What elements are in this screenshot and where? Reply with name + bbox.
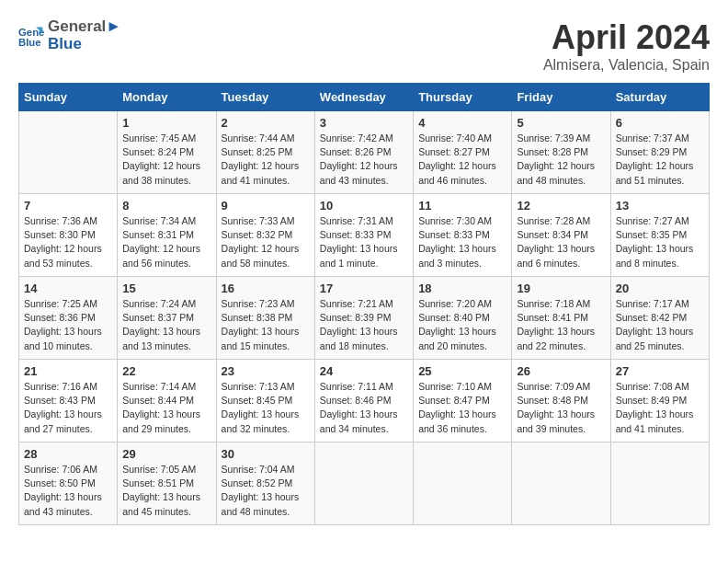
weekday-header: Friday (512, 84, 610, 111)
cell-info: Sunrise: 7:08 AM Sunset: 8:49 PM Dayligh… (616, 380, 704, 436)
calendar-cell: 22Sunrise: 7:14 AM Sunset: 8:44 PM Dayli… (118, 360, 216, 442)
cell-info: Sunrise: 7:44 AM Sunset: 8:25 PM Dayligh… (222, 132, 310, 188)
day-number: 21 (24, 364, 112, 378)
svg-text:Blue: Blue (18, 37, 41, 48)
calendar-cell: 20Sunrise: 7:17 AM Sunset: 8:42 PM Dayli… (610, 277, 709, 360)
cell-info: Sunrise: 7:20 AM Sunset: 8:40 PM Dayligh… (418, 297, 506, 353)
calendar-cell: 10Sunrise: 7:31 AM Sunset: 8:33 PM Dayli… (314, 194, 413, 277)
calendar-cell (512, 442, 610, 525)
day-number: 13 (616, 199, 704, 213)
cell-info: Sunrise: 7:17 AM Sunset: 8:42 PM Dayligh… (616, 297, 704, 353)
cell-info: Sunrise: 7:16 AM Sunset: 8:43 PM Dayligh… (24, 380, 112, 436)
day-number: 5 (517, 116, 605, 130)
calendar-cell: 13Sunrise: 7:27 AM Sunset: 8:35 PM Dayli… (610, 194, 709, 277)
calendar-week-row: 28Sunrise: 7:06 AM Sunset: 8:50 PM Dayli… (19, 442, 710, 525)
weekday-header: Thursday (414, 84, 512, 111)
day-number: 4 (418, 116, 506, 130)
calendar-body: 1Sunrise: 7:45 AM Sunset: 8:24 PM Daylig… (19, 111, 710, 525)
day-number: 1 (122, 116, 210, 130)
cell-info: Sunrise: 7:11 AM Sunset: 8:46 PM Dayligh… (320, 380, 408, 436)
calendar-cell: 23Sunrise: 7:13 AM Sunset: 8:45 PM Dayli… (216, 360, 314, 442)
calendar-cell: 7Sunrise: 7:36 AM Sunset: 8:30 PM Daylig… (19, 194, 118, 277)
cell-info: Sunrise: 7:31 AM Sunset: 8:33 PM Dayligh… (320, 214, 408, 270)
title-block: April 2024 Almisera, Valencia, Spain (543, 18, 710, 74)
cell-info: Sunrise: 7:42 AM Sunset: 8:26 PM Dayligh… (320, 132, 408, 188)
day-number: 20 (616, 282, 704, 295)
logo-text: General► (48, 18, 121, 36)
calendar-cell: 8Sunrise: 7:34 AM Sunset: 8:31 PM Daylig… (118, 194, 216, 277)
calendar-cell: 1Sunrise: 7:45 AM Sunset: 8:24 PM Daylig… (118, 111, 216, 194)
calendar-cell: 15Sunrise: 7:24 AM Sunset: 8:37 PM Dayli… (118, 277, 216, 360)
calendar-week-row: 14Sunrise: 7:25 AM Sunset: 8:36 PM Dayli… (19, 277, 710, 360)
calendar-cell: 14Sunrise: 7:25 AM Sunset: 8:36 PM Dayli… (19, 277, 118, 360)
day-number: 11 (418, 199, 506, 213)
calendar-cell: 2Sunrise: 7:44 AM Sunset: 8:25 PM Daylig… (216, 111, 314, 194)
calendar-cell (610, 442, 709, 525)
calendar-cell: 18Sunrise: 7:20 AM Sunset: 8:40 PM Dayli… (414, 277, 512, 360)
calendar-cell: 17Sunrise: 7:21 AM Sunset: 8:39 PM Dayli… (314, 277, 413, 360)
calendar-cell: 29Sunrise: 7:05 AM Sunset: 8:51 PM Dayli… (118, 442, 216, 525)
calendar-cell: 12Sunrise: 7:28 AM Sunset: 8:34 PM Dayli… (512, 194, 610, 277)
weekday-header: Wednesday (314, 84, 413, 111)
day-number: 22 (122, 364, 210, 378)
day-number: 30 (222, 447, 310, 461)
cell-info: Sunrise: 7:39 AM Sunset: 8:28 PM Dayligh… (517, 132, 605, 188)
cell-info: Sunrise: 7:24 AM Sunset: 8:37 PM Dayligh… (122, 297, 210, 353)
calendar-week-row: 21Sunrise: 7:16 AM Sunset: 8:43 PM Dayli… (19, 360, 710, 442)
cell-info: Sunrise: 7:37 AM Sunset: 8:29 PM Dayligh… (616, 132, 704, 188)
calendar-cell: 21Sunrise: 7:16 AM Sunset: 8:43 PM Dayli… (19, 360, 118, 442)
cell-info: Sunrise: 7:27 AM Sunset: 8:35 PM Dayligh… (616, 214, 704, 270)
cell-info: Sunrise: 7:04 AM Sunset: 8:52 PM Dayligh… (222, 463, 310, 519)
weekday-header: Sunday (19, 84, 118, 111)
cell-info: Sunrise: 7:14 AM Sunset: 8:44 PM Dayligh… (122, 380, 210, 436)
calendar-cell: 4Sunrise: 7:40 AM Sunset: 8:27 PM Daylig… (414, 111, 512, 194)
cell-info: Sunrise: 7:30 AM Sunset: 8:33 PM Dayligh… (418, 214, 506, 270)
calendar-cell: 3Sunrise: 7:42 AM Sunset: 8:26 PM Daylig… (314, 111, 413, 194)
calendar-cell: 28Sunrise: 7:06 AM Sunset: 8:50 PM Dayli… (19, 442, 118, 525)
calendar-cell: 16Sunrise: 7:23 AM Sunset: 8:38 PM Dayli… (216, 277, 314, 360)
cell-info: Sunrise: 7:09 AM Sunset: 8:48 PM Dayligh… (517, 380, 605, 436)
calendar-cell: 27Sunrise: 7:08 AM Sunset: 8:49 PM Dayli… (610, 360, 709, 442)
day-number: 14 (24, 282, 112, 295)
calendar-cell: 5Sunrise: 7:39 AM Sunset: 8:28 PM Daylig… (512, 111, 610, 194)
day-number: 24 (320, 364, 408, 378)
cell-info: Sunrise: 7:23 AM Sunset: 8:38 PM Dayligh… (222, 297, 310, 353)
cell-info: Sunrise: 7:36 AM Sunset: 8:30 PM Dayligh… (24, 214, 112, 270)
day-number: 6 (616, 116, 704, 130)
cell-info: Sunrise: 7:21 AM Sunset: 8:39 PM Dayligh… (320, 297, 408, 353)
cell-info: Sunrise: 7:28 AM Sunset: 8:34 PM Dayligh… (517, 214, 605, 270)
calendar-cell (314, 442, 413, 525)
day-number: 17 (320, 282, 408, 295)
cell-info: Sunrise: 7:33 AM Sunset: 8:32 PM Dayligh… (222, 214, 310, 270)
cell-info: Sunrise: 7:25 AM Sunset: 8:36 PM Dayligh… (24, 297, 112, 353)
weekday-header: Tuesday (216, 84, 314, 111)
month-title: April 2024 (543, 18, 710, 57)
calendar-cell (19, 111, 118, 194)
calendar-cell: 9Sunrise: 7:33 AM Sunset: 8:32 PM Daylig… (216, 194, 314, 277)
day-number: 26 (517, 364, 605, 378)
cell-info: Sunrise: 7:45 AM Sunset: 8:24 PM Dayligh… (122, 132, 210, 188)
calendar-cell: 24Sunrise: 7:11 AM Sunset: 8:46 PM Dayli… (314, 360, 413, 442)
day-number: 28 (24, 447, 112, 461)
day-number: 9 (222, 199, 310, 213)
weekday-header: Monday (118, 84, 216, 111)
cell-info: Sunrise: 7:05 AM Sunset: 8:51 PM Dayligh… (122, 463, 210, 519)
calendar-cell: 6Sunrise: 7:37 AM Sunset: 8:29 PM Daylig… (610, 111, 709, 194)
day-number: 2 (222, 116, 310, 130)
cell-info: Sunrise: 7:06 AM Sunset: 8:50 PM Dayligh… (24, 463, 112, 519)
day-number: 10 (320, 199, 408, 213)
cell-info: Sunrise: 7:34 AM Sunset: 8:31 PM Dayligh… (122, 214, 210, 270)
day-number: 23 (222, 364, 310, 378)
location: Almisera, Valencia, Spain (543, 57, 710, 74)
logo-text2: Blue (48, 36, 121, 53)
day-number: 27 (616, 364, 704, 378)
cell-info: Sunrise: 7:13 AM Sunset: 8:45 PM Dayligh… (222, 380, 310, 436)
calendar-week-row: 7Sunrise: 7:36 AM Sunset: 8:30 PM Daylig… (19, 194, 710, 277)
calendar-cell (414, 442, 512, 525)
calendar-cell: 19Sunrise: 7:18 AM Sunset: 8:41 PM Dayli… (512, 277, 610, 360)
day-number: 7 (24, 199, 112, 213)
calendar-week-row: 1Sunrise: 7:45 AM Sunset: 8:24 PM Daylig… (19, 111, 710, 194)
calendar-table: SundayMondayTuesdayWednesdayThursdayFrid… (18, 83, 710, 525)
page-header: General Blue General► Blue April 2024 Al… (18, 18, 710, 74)
day-number: 12 (517, 199, 605, 213)
